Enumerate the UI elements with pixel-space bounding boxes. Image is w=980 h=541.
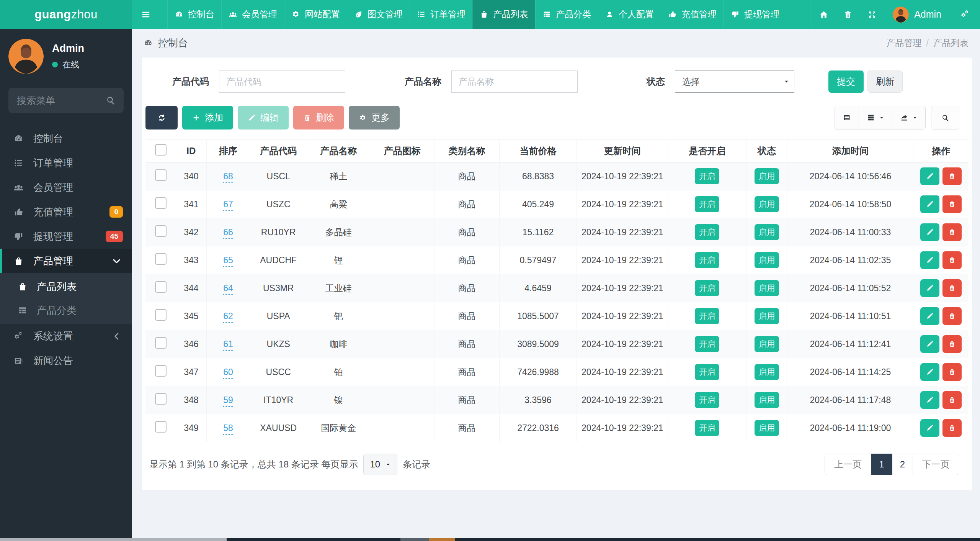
row-checkbox[interactable]	[155, 253, 167, 265]
row-delete-button[interactable]	[942, 363, 962, 381]
nav-withdraw[interactable]: 提现管理	[724, 0, 786, 29]
row-checkbox[interactable]	[155, 309, 167, 321]
brand-logo[interactable]: guangzhou	[0, 0, 132, 29]
row-edit-button[interactable]	[920, 195, 939, 213]
trash-button[interactable]	[836, 0, 860, 29]
status-select[interactable]: 选择	[675, 70, 794, 93]
select-all-checkbox[interactable]	[155, 144, 167, 156]
edit-button[interactable]: 编辑	[238, 106, 289, 130]
row-edit-button[interactable]	[920, 251, 939, 269]
prev-page-button[interactable]: 上一页	[825, 454, 871, 475]
add-button[interactable]: 添加	[182, 106, 233, 130]
nav-recharge[interactable]: 充值管理	[661, 0, 724, 29]
pencil-icon	[926, 256, 934, 264]
user-menu[interactable]: Admin	[884, 0, 950, 29]
row-edit-button[interactable]	[920, 363, 939, 381]
page-button-1[interactable]: 1	[871, 454, 892, 475]
row-edit-button[interactable]	[920, 391, 939, 409]
row-checkbox[interactable]	[155, 337, 167, 349]
row-edit-button[interactable]	[920, 307, 939, 325]
row-delete-button[interactable]	[942, 251, 962, 269]
row-checkbox[interactable]	[155, 421, 167, 433]
row-checkbox[interactable]	[155, 197, 167, 209]
row-edit-button[interactable]	[920, 419, 939, 437]
sidebar-product-list[interactable]: 产品列表	[0, 275, 132, 298]
row-checkbox[interactable]	[155, 281, 167, 293]
sidebar-products[interactable]: 产品管理	[0, 249, 132, 273]
row-edit-button[interactable]	[920, 167, 939, 185]
chevron-left-icon	[111, 331, 123, 341]
sidebar-dashboard[interactable]: 控制台	[0, 126, 132, 151]
cell-price: 405.249	[499, 190, 577, 218]
sidebar-product-category[interactable]: 产品分类	[0, 298, 132, 322]
next-page-button[interactable]: 下一页	[913, 454, 959, 475]
nav-product-category[interactable]: 产品分类	[535, 0, 598, 29]
row-delete-button[interactable]	[942, 223, 962, 241]
sort-link[interactable]: 68	[223, 171, 233, 183]
row-delete-button[interactable]	[942, 195, 962, 213]
product-code-input[interactable]	[219, 70, 345, 93]
sort-link[interactable]: 65	[223, 255, 233, 267]
nav-content[interactable]: 图文管理	[347, 0, 410, 29]
nav-orders[interactable]: 订单管理	[410, 0, 472, 29]
row-edit-button[interactable]	[920, 335, 939, 353]
breadcrumb-parent[interactable]: 产品管理	[887, 37, 922, 49]
nav-site-config[interactable]: 网站配置	[284, 0, 347, 29]
sidebar-withdraw[interactable]: 提现管理45	[0, 224, 132, 249]
open-badge: 开启	[695, 308, 719, 324]
menu-label: 控制台	[33, 132, 123, 145]
open-badge-cell: 开启	[668, 330, 746, 358]
delete-button[interactable]: 删除	[293, 106, 344, 130]
sidebar-toggle-button[interactable]	[132, 0, 160, 29]
sort-link[interactable]: 60	[223, 367, 233, 379]
sidebar-members[interactable]: 会员管理	[0, 175, 132, 200]
sort-link[interactable]: 66	[223, 227, 233, 239]
page-button-2[interactable]: 2	[892, 454, 913, 475]
sort-link[interactable]: 61	[223, 339, 233, 351]
nav-profile[interactable]: 个人配置	[598, 0, 661, 29]
columns-button[interactable]	[859, 106, 892, 129]
table-search-button[interactable]	[931, 106, 959, 130]
row-checkbox[interactable]	[155, 393, 167, 405]
settings-button[interactable]	[950, 0, 980, 29]
submit-button[interactable]: 提交	[828, 70, 864, 93]
topbar-icon-group	[812, 0, 884, 29]
row-delete-button[interactable]	[942, 167, 962, 185]
sidebar-system[interactable]: 系统设置	[0, 324, 132, 348]
row-delete-button[interactable]	[942, 419, 962, 437]
export-button[interactable]	[892, 106, 925, 129]
sort-link[interactable]: 58	[223, 423, 233, 435]
row-checkbox[interactable]	[155, 169, 167, 181]
row-delete-button[interactable]	[942, 335, 962, 353]
nav-dashboard[interactable]: 控制台	[167, 0, 221, 29]
nav-members[interactable]: 会员管理	[221, 0, 284, 29]
sidebar-news[interactable]: 新闻公告	[0, 348, 132, 373]
sidebar-orders[interactable]: 订单管理	[0, 151, 132, 175]
refresh-button[interactable]: 刷新	[867, 70, 903, 93]
row-delete-button[interactable]	[942, 307, 962, 325]
row-delete-button[interactable]	[942, 391, 962, 409]
table-refresh-button[interactable]	[145, 106, 178, 130]
row-checkbox[interactable]	[155, 365, 167, 377]
cell-product-name: 镍	[307, 386, 370, 414]
row-checkbox[interactable]	[155, 225, 167, 237]
row-delete-button[interactable]	[942, 279, 962, 297]
table-row: 34167USZC高粱商品405.2492024-10-19 22:39:21开…	[145, 190, 969, 218]
sort-link[interactable]: 59	[223, 395, 233, 407]
fullscreen-button[interactable]	[860, 0, 884, 29]
column-header: ID	[176, 140, 207, 162]
cell-id: 345	[176, 302, 207, 330]
more-label: 更多	[371, 111, 390, 124]
row-edit-button[interactable]	[920, 279, 939, 297]
home-button[interactable]	[812, 0, 836, 29]
sidebar-recharge[interactable]: 充值管理0	[0, 200, 132, 224]
sort-link[interactable]: 64	[223, 283, 233, 295]
more-button[interactable]: 更多	[349, 106, 400, 130]
row-edit-button[interactable]	[920, 223, 939, 241]
detail-view-button[interactable]	[835, 106, 859, 129]
page-size-select[interactable]: 10	[363, 454, 397, 475]
sort-link[interactable]: 62	[223, 311, 233, 323]
product-name-input[interactable]	[451, 70, 578, 93]
nav-product-list[interactable]: 产品列表	[472, 0, 535, 29]
sort-link[interactable]: 67	[223, 199, 233, 211]
